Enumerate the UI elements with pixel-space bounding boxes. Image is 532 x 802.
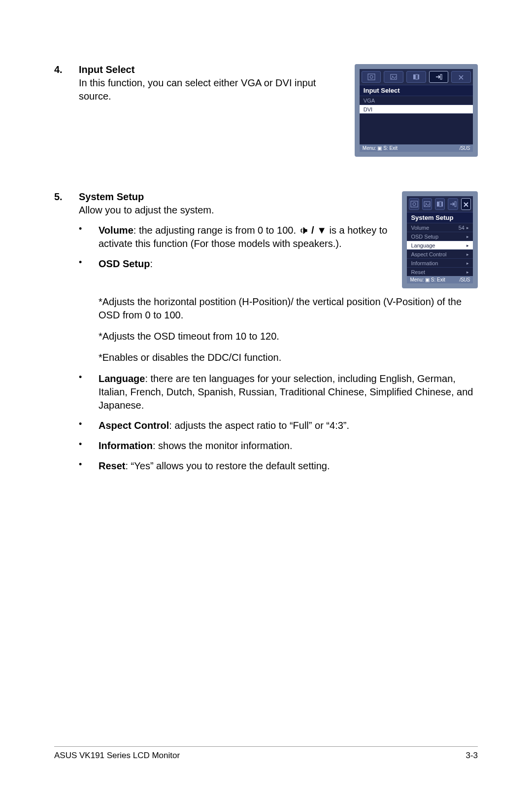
bullet-dot	[79, 419, 99, 432]
osd-tab-color-icon	[435, 198, 445, 210]
bullet-information: Information: shows the monitor informati…	[99, 439, 478, 453]
osd-tab-system-icon	[461, 198, 471, 210]
bullet-aspect: Aspect Control: adjusts the aspect ratio…	[99, 419, 478, 432]
svg-rect-12	[437, 202, 439, 207]
osd2-item-aspect: Aspect Control▸	[407, 249, 473, 258]
osd1-item-vga: VGA	[360, 96, 473, 105]
page-footer-left: ASUS VK191 Series LCD Monitor	[54, 751, 180, 761]
osd-tab-input-icon	[448, 198, 458, 210]
bullet-dot	[79, 372, 99, 412]
osd2-item-info: Information▸	[407, 258, 473, 267]
bullet-dot	[79, 257, 99, 271]
osd1-title: Input Select	[360, 85, 473, 96]
svg-rect-15	[455, 202, 456, 207]
section4-title: Input Select	[79, 64, 340, 75]
osd2-item-volume: Volume 54▸	[407, 223, 473, 232]
svg-rect-13	[439, 202, 441, 207]
section4-number: 4.	[54, 64, 79, 157]
osd2-footer-brand: /SUS	[460, 277, 470, 282]
osd-tab-splendid-icon	[362, 71, 381, 83]
svg-point-1	[370, 75, 373, 78]
svg-rect-14	[442, 202, 443, 207]
bullet-dot	[79, 224, 99, 250]
bullet-volume: Volume: the adjusting range is from 0 to…	[99, 224, 387, 250]
svg-rect-4	[413, 74, 415, 79]
section4-para: In this function, you can select either …	[79, 76, 340, 103]
bullet-reset: Reset: “Yes” allows you to restore the d…	[99, 459, 478, 473]
section5-title: System Setup	[79, 191, 387, 203]
osd-tab-image-icon	[422, 198, 432, 210]
osd-tab-system-icon	[451, 71, 471, 83]
bullet-dot	[79, 459, 99, 473]
osd-setup-details: *Adjusts the horizontal postition (H-Pos…	[99, 295, 478, 364]
svg-rect-0	[368, 74, 375, 80]
osd1-item-dvi: DVI	[360, 105, 473, 113]
svg-rect-8	[411, 201, 418, 207]
osd2-item-osd-setup: OSD Setup▸	[407, 232, 473, 241]
section5-para: Allow you to adjust the system.	[79, 204, 387, 217]
osd-tab-splendid-icon	[409, 198, 419, 210]
svg-rect-6	[418, 74, 419, 79]
osd-tab-image-icon	[384, 71, 403, 83]
bullet-dot	[79, 439, 99, 453]
osd-tab-input-icon	[429, 71, 449, 83]
bullet-language: Language: there are ten languages for yo…	[99, 372, 478, 412]
section5-number: 5.	[54, 191, 79, 473]
osd-tab-color-icon	[406, 71, 426, 83]
osd2-footer-left: Menu: ▣ S: Exit	[410, 277, 445, 282]
osd2-item-language: Language▸	[407, 241, 473, 249]
osd2-item-reset: Reset▸	[407, 267, 473, 276]
page-footer-right: 3-3	[466, 751, 478, 761]
osd-system-setup: System Setup Volume 54▸ OSD Setup▸ Langu…	[402, 191, 478, 288]
osd1-footer-brand: /SUS	[460, 145, 470, 151]
svg-rect-5	[416, 74, 418, 79]
svg-point-9	[413, 203, 416, 206]
osd1-footer-left: Menu: ▣ S: Exit	[363, 145, 398, 151]
volume-hotkey-icon: 🕩 / ▼	[299, 225, 327, 236]
bullet-osd-setup-heading: OSD Setup:	[99, 257, 387, 271]
svg-rect-7	[440, 74, 442, 79]
osd2-title: System Setup	[407, 212, 473, 223]
osd-input-select: Input Select VGA DVI Menu: ▣ S: Exit /SU…	[355, 64, 478, 157]
